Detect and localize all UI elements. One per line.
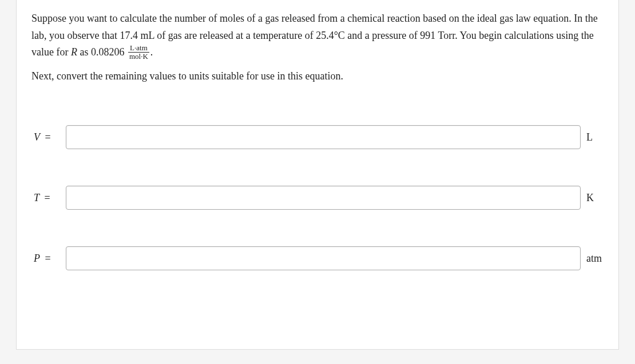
answer-inputs: V = L T = K P = atm (31, 125, 604, 270)
fraction-denominator: mol·K (128, 53, 149, 61)
volume-input[interactable] (66, 125, 581, 149)
pressure-unit: atm (586, 253, 604, 265)
prompt-text-1b: as 0.08206 (77, 46, 127, 58)
unit-fraction: L·atmmol·K (128, 44, 149, 60)
volume-label: V = (34, 131, 62, 143)
gas-constant-symbol: R (71, 46, 77, 58)
temperature-input[interactable] (66, 186, 581, 210)
pressure-input[interactable] (66, 246, 581, 270)
temperature-row: T = K (31, 186, 604, 210)
prompt-paragraph-2: Next, convert the remaining values to un… (31, 68, 604, 85)
question-card: Suppose you want to calculate the number… (16, 0, 619, 350)
prompt-paragraph-1: Suppose you want to calculate the number… (31, 10, 604, 61)
temperature-label: T = (34, 192, 62, 204)
pressure-row: P = atm (31, 246, 604, 270)
volume-row: V = L (31, 125, 604, 149)
prompt-text-1c: . (150, 46, 153, 58)
temperature-unit: K (586, 192, 604, 204)
volume-unit: L (586, 131, 604, 143)
fraction-numerator: L·atm (128, 44, 149, 53)
pressure-label: P = (34, 253, 62, 265)
